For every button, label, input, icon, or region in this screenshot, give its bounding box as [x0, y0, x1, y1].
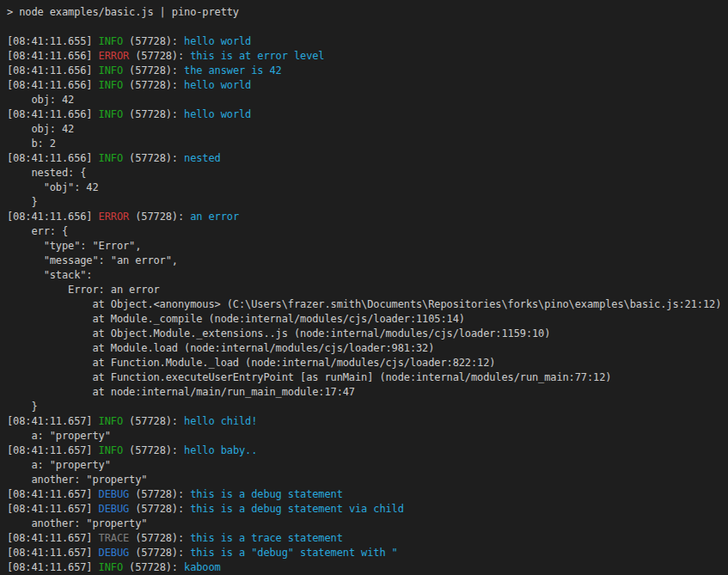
- detail-text: at Object.<anonymous> (C:\Users\frazer.s…: [7, 298, 721, 310]
- log-timestamp: [08:41:11.657]: [7, 488, 99, 500]
- log-level: ERROR: [99, 211, 130, 223]
- log-line: [08:41:11.657] DEBUG (57728): this is a …: [7, 487, 728, 502]
- detail-line: Error: an error: [7, 283, 728, 297]
- log-level: INFO: [99, 561, 123, 573]
- detail-line: at Object.<anonymous> (C:\Users\frazer.s…: [7, 297, 728, 312]
- log-pid: (57728):: [123, 35, 184, 47]
- detail-line: }: [7, 400, 728, 414]
- log-message: hello baby..: [184, 444, 257, 456]
- log-pid: (57728):: [123, 415, 184, 427]
- log-line: [08:41:11.657] INFO (57728): kaboom: [7, 560, 728, 575]
- log-pid: (57728):: [123, 152, 184, 164]
- detail-text: at Object.Module._extensions..js (node:i…: [7, 327, 550, 339]
- detail-line: obj: 42: [7, 122, 728, 137]
- log-level: INFO: [99, 79, 123, 91]
- detail-line: "obj": 42: [7, 180, 728, 195]
- log-timestamp: [08:41:11.656]: [7, 152, 99, 164]
- detail-text: obj: 42: [7, 94, 74, 106]
- detail-line: at Function.Module._load (node:internal/…: [7, 356, 728, 370]
- log-message: hello child!: [184, 415, 257, 427]
- log-message: hello world: [184, 79, 251, 91]
- log-pid: (57728):: [129, 50, 190, 62]
- log-pid: (57728):: [129, 547, 190, 559]
- detail-line: obj: 42: [7, 93, 728, 107]
- log-message: this is a trace statement: [190, 532, 343, 544]
- log-line: [08:41:11.656] ERROR (57728): this is at…: [7, 49, 728, 64]
- detail-line: another: "property": [7, 473, 728, 487]
- log-message: hello world: [184, 108, 251, 120]
- log-line: [08:41:11.656] INFO (57728): nested: [7, 151, 728, 166]
- detail-line: a: "property": [7, 429, 728, 443]
- log-timestamp: [08:41:11.657]: [7, 547, 99, 559]
- log-line: [08:41:11.656] ERROR (57728): an error: [7, 210, 728, 224]
- log-pid: (57728):: [123, 444, 184, 456]
- command-text: > node examples/basic.js | pino-pretty: [7, 6, 239, 18]
- log-timestamp: [08:41:11.657]: [7, 415, 99, 427]
- log-message: hello world: [184, 35, 251, 47]
- detail-line: at Object.Module._extensions..js (node:i…: [7, 327, 728, 341]
- log-timestamp: [08:41:11.656]: [7, 79, 99, 91]
- log-message: nested: [184, 152, 221, 164]
- log-timestamp: [08:41:11.655]: [7, 35, 99, 47]
- log-timestamp: [08:41:11.657]: [7, 561, 99, 573]
- detail-line: "stack":: [7, 268, 728, 283]
- detail-line: err: {: [7, 224, 728, 239]
- log-level: INFO: [99, 152, 123, 164]
- log-line: [08:41:11.657] INFO (57728): hello baby.…: [7, 443, 728, 458]
- log-level: DEBUG: [99, 547, 130, 559]
- detail-text: nested: {: [7, 167, 86, 179]
- log-line: [08:41:11.657] INFO (57728): hello child…: [7, 414, 728, 429]
- log-message: this is at error level: [190, 50, 324, 62]
- log-level: INFO: [99, 108, 123, 120]
- detail-text: at Function.executeUserEntryPoint [as ru…: [7, 371, 611, 383]
- detail-text: }: [7, 196, 38, 208]
- log-line: [08:41:11.656] INFO (57728): hello world: [7, 107, 728, 122]
- log-pid: (57728):: [129, 488, 190, 500]
- detail-line: at Module._compile (node:internal/module…: [7, 312, 728, 327]
- detail-text: a: "property": [7, 459, 111, 471]
- log-pid: (57728):: [129, 532, 190, 544]
- detail-text: at Function.Module._load (node:internal/…: [7, 357, 495, 369]
- log-level: DEBUG: [99, 503, 130, 515]
- detail-text: another: "property": [7, 517, 147, 529]
- log-level: ERROR: [99, 50, 130, 62]
- log-timestamp: [08:41:11.657]: [7, 532, 99, 544]
- log-message: an error: [190, 211, 239, 223]
- detail-text: "obj": 42: [7, 181, 99, 193]
- log-timestamp: [08:41:11.656]: [7, 50, 99, 62]
- detail-line: nested: {: [7, 166, 728, 180]
- log-pid: (57728):: [123, 108, 184, 120]
- log-level: INFO: [99, 415, 123, 427]
- log-level: INFO: [99, 64, 123, 76]
- detail-text: at Module.load (node:internal/modules/cj…: [7, 342, 434, 354]
- log-level: DEBUG: [99, 488, 130, 500]
- log-timestamp: [08:41:11.657]: [7, 444, 99, 456]
- command-line: > node examples/basic.js | pino-pretty: [7, 5, 728, 20]
- log-timestamp: [08:41:11.656]: [7, 64, 99, 76]
- log-timestamp: [08:41:11.656]: [7, 211, 99, 223]
- detail-text: at Module._compile (node:internal/module…: [7, 313, 465, 325]
- detail-line: "message": "an error",: [7, 254, 728, 268]
- log-line: [08:41:11.657] DEBUG (57728): this is a …: [7, 502, 728, 517]
- log-line: [08:41:11.656] INFO (57728): the answer …: [7, 64, 728, 78]
- terminal-output[interactable]: > node examples/basic.js | pino-pretty […: [0, 0, 728, 575]
- detail-text: err: {: [7, 225, 68, 237]
- detail-text: Error: an error: [7, 284, 160, 296]
- detail-line: b: 2: [7, 137, 728, 151]
- detail-line: another: "property": [7, 517, 728, 531]
- log-line: [08:41:11.657] TRACE (57728): this is a …: [7, 531, 728, 546]
- detail-text: "stack":: [7, 269, 92, 281]
- log-level: INFO: [99, 35, 123, 47]
- detail-text: another: "property": [7, 474, 147, 486]
- detail-line: at node:internal/main/run_main_module:17…: [7, 385, 728, 400]
- detail-text: }: [7, 401, 38, 413]
- detail-line: "type": "Error",: [7, 239, 728, 254]
- log-line: [08:41:11.655] INFO (57728): hello world: [7, 34, 728, 49]
- log-pid: (57728):: [123, 64, 184, 76]
- detail-text: "type": "Error",: [7, 240, 141, 252]
- detail-text: obj: 42: [7, 123, 74, 135]
- log-pid: (57728):: [129, 211, 190, 223]
- detail-text: at node:internal/main/run_main_module:17…: [7, 386, 355, 398]
- log-message: kaboom: [184, 561, 221, 573]
- log-line: [08:41:11.657] DEBUG (57728): this is a …: [7, 546, 728, 560]
